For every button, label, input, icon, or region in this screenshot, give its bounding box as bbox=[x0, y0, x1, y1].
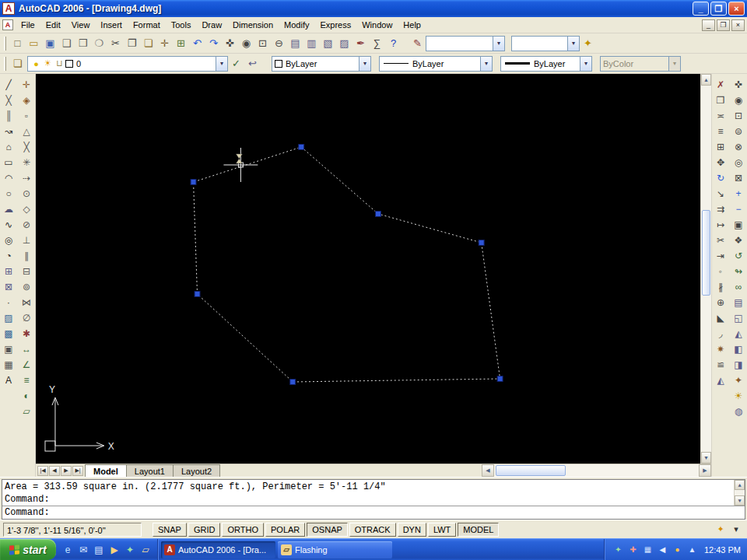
match-properties-icon[interactable]: ✛ bbox=[156, 36, 173, 51]
annotation-star-icon[interactable]: ✦ bbox=[714, 523, 727, 536]
layer-thaw-icon[interactable]: ☀ bbox=[42, 58, 54, 70]
layer-properties-manager-icon[interactable]: ❏ bbox=[9, 56, 26, 72]
menu-tools[interactable]: Tools bbox=[166, 18, 197, 32]
snap-none-icon[interactable]: ∅ bbox=[19, 310, 34, 326]
erase-icon[interactable]: ✗ bbox=[713, 77, 728, 93]
chevron-down-icon[interactable]: ▾ bbox=[359, 57, 370, 71]
volume-icon[interactable]: ◀ bbox=[657, 544, 668, 555]
menu-file[interactable]: File bbox=[16, 18, 40, 32]
last-tab-icon[interactable]: ▶| bbox=[72, 466, 83, 476]
pan-icon[interactable]: ✜ bbox=[222, 36, 238, 51]
snap-nearest-icon[interactable]: ⋈ bbox=[19, 295, 34, 310]
snap-apparent-intersection-icon[interactable]: ✳ bbox=[19, 155, 34, 170]
snap-node-icon[interactable]: ⊚ bbox=[19, 279, 34, 295]
break-at-point-icon[interactable]: ◦ bbox=[713, 264, 728, 279]
display-icon[interactable]: ▦ bbox=[642, 544, 654, 555]
vertical-scrollbar[interactable]: ▲ ▼ bbox=[700, 74, 711, 464]
scroll-left-icon[interactable]: ◀ bbox=[482, 464, 494, 477]
snap-from-icon[interactable]: ◈ bbox=[19, 93, 34, 108]
zoom-in-icon[interactable]: + bbox=[731, 186, 746, 201]
locate-point-icon[interactable]: ◐ bbox=[19, 388, 34, 404]
multiline-text-icon[interactable]: A bbox=[1, 373, 16, 388]
osnap-settings-icon[interactable]: ✱ bbox=[19, 326, 34, 341]
zoom-center-icon[interactable]: ◎ bbox=[731, 155, 746, 170]
help-icon[interactable]: ? bbox=[385, 36, 402, 51]
offset-icon[interactable]: ≡ bbox=[713, 124, 728, 139]
tab-model[interactable]: Model bbox=[85, 464, 127, 477]
style-combo[interactable]: ▾ bbox=[511, 36, 580, 51]
menu-draw[interactable]: Draw bbox=[196, 18, 227, 32]
minimize-button[interactable]: _ bbox=[693, 2, 709, 16]
tab-layout2[interactable]: Layout2 bbox=[173, 464, 220, 477]
rectangle-icon[interactable]: ▭ bbox=[1, 155, 16, 170]
undo-icon[interactable]: ↶ bbox=[189, 36, 205, 51]
scroll-up-icon[interactable]: ▲ bbox=[701, 74, 711, 86]
area-icon[interactable]: ▱ bbox=[19, 404, 34, 419]
media-player-icon[interactable]: ▶ bbox=[107, 543, 121, 557]
status-bar-menu-icon[interactable]: ▾ bbox=[730, 523, 742, 536]
prev-tab-icon[interactable]: ◀ bbox=[49, 466, 60, 476]
zoom-object-icon[interactable]: ⊠ bbox=[731, 170, 746, 186]
named-views-icon[interactable]: ▤ bbox=[731, 295, 746, 310]
toggle-lwt[interactable]: LWT bbox=[428, 523, 456, 537]
zoom-all-icon[interactable]: ▣ bbox=[731, 217, 746, 233]
workspace-combo[interactable]: ▾ bbox=[426, 36, 505, 51]
construction-line-icon[interactable]: ╳ bbox=[1, 93, 16, 108]
tool-palettes-icon[interactable]: ▧ bbox=[320, 36, 336, 51]
scale-icon[interactable]: ↘ bbox=[713, 186, 728, 201]
mirror-icon[interactable]: ≍ bbox=[713, 108, 728, 124]
scroll-up-icon[interactable]: ▲ bbox=[735, 480, 745, 490]
cut-icon[interactable]: ✂ bbox=[107, 36, 124, 51]
command-input[interactable]: Command: bbox=[2, 506, 745, 519]
move-icon[interactable]: ✥ bbox=[713, 155, 728, 170]
layer-combo[interactable]: ●☀⊔ 0 ▾ bbox=[27, 56, 228, 72]
drawing-area[interactable]: Y X bbox=[36, 74, 700, 464]
sheet-set-manager-icon[interactable]: ▨ bbox=[336, 36, 352, 51]
distance-icon[interactable]: ↔ bbox=[19, 341, 34, 357]
region-icon[interactable]: ▣ bbox=[1, 341, 16, 357]
menu-view[interactable]: View bbox=[66, 18, 96, 32]
pencil-icon[interactable]: ✎ bbox=[409, 36, 426, 51]
taskbar-button[interactable]: AAutoCAD 2006 - [Dra... bbox=[161, 541, 275, 558]
make-object-layer-current-icon[interactable]: ✓ bbox=[228, 56, 244, 72]
taskbar-button[interactable]: ▱Flashing bbox=[278, 541, 392, 558]
visual-styles-icon[interactable]: ◧ bbox=[731, 341, 746, 357]
revision-cloud-icon[interactable]: ☁ bbox=[1, 201, 16, 217]
vertical-scroll-track[interactable] bbox=[701, 86, 711, 452]
render-icon[interactable]: ✦ bbox=[731, 373, 746, 388]
copy-object-icon[interactable]: ❐ bbox=[713, 93, 728, 108]
menu-help[interactable]: Help bbox=[398, 18, 426, 32]
chamfer-icon[interactable]: ◣ bbox=[713, 310, 728, 326]
menu-insert[interactable]: Insert bbox=[95, 18, 128, 32]
line-icon[interactable]: ╱ bbox=[1, 77, 16, 93]
horizontal-scroll-thumb[interactable] bbox=[496, 465, 566, 476]
first-tab-icon[interactable]: |◀ bbox=[37, 466, 48, 476]
plot-icon[interactable]: ❑ bbox=[58, 36, 75, 51]
toolbar-grip[interactable] bbox=[4, 57, 6, 71]
gradient-icon[interactable]: ▩ bbox=[1, 326, 16, 341]
grip-point[interactable] bbox=[195, 292, 200, 297]
table-icon[interactable]: ▦ bbox=[1, 357, 16, 373]
front-view-icon[interactable]: ◱ bbox=[731, 310, 746, 326]
chevron-down-icon[interactable]: ▾ bbox=[567, 37, 579, 51]
toolbar-grip[interactable] bbox=[4, 37, 6, 51]
update-icon[interactable]: ● bbox=[672, 544, 683, 555]
trim-icon[interactable]: ✂ bbox=[713, 233, 728, 248]
doc-restore-button[interactable]: ❐ bbox=[717, 19, 730, 31]
snap-extension-icon[interactable]: ⇢ bbox=[19, 170, 34, 186]
zoom-scale-icon[interactable]: ⊗ bbox=[731, 139, 746, 155]
walk-3d-icon[interactable]: ∞ bbox=[731, 279, 746, 295]
snap-endpoint-icon[interactable]: ▫ bbox=[19, 108, 34, 124]
explode-icon[interactable]: ✷ bbox=[713, 341, 728, 357]
folder-icon[interactable]: ▱ bbox=[139, 543, 153, 557]
antivirus-icon[interactable]: ✚ bbox=[627, 544, 639, 555]
snap-quadrant-icon[interactable]: ◇ bbox=[19, 201, 34, 217]
paste-icon[interactable]: ❏ bbox=[140, 36, 156, 51]
zoom-extents-icon[interactable]: ❖ bbox=[731, 233, 746, 248]
menu-express[interactable]: Express bbox=[314, 18, 356, 32]
make-block-icon[interactable]: ⊠ bbox=[1, 279, 16, 295]
chevron-down-icon[interactable]: ▾ bbox=[493, 37, 504, 51]
snap-intersection-icon[interactable]: ╳ bbox=[19, 139, 34, 155]
snap-center-icon[interactable]: ⊙ bbox=[19, 186, 34, 201]
fillet-icon[interactable]: ◞ bbox=[713, 326, 728, 341]
